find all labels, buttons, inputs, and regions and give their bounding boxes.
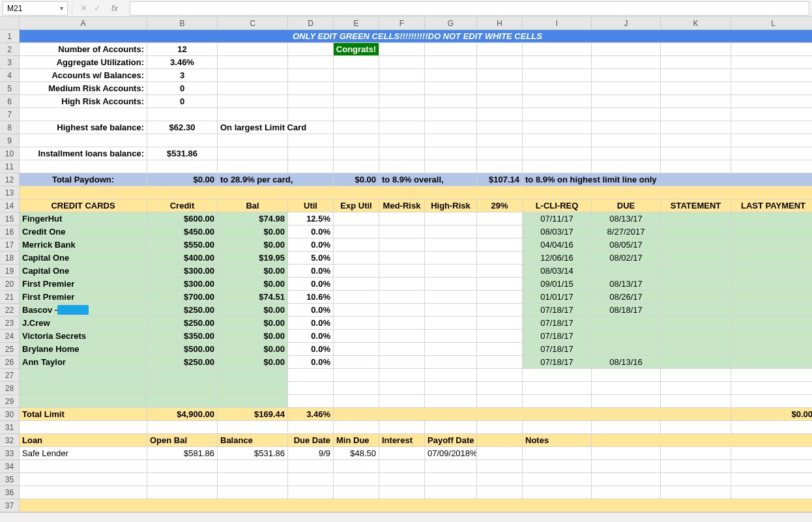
cell[interactable] xyxy=(334,317,379,330)
summary-label[interactable]: Number of Accounts: xyxy=(20,43,147,56)
row-head-29[interactable]: 29 xyxy=(0,395,20,408)
cell[interactable] xyxy=(661,43,731,56)
row-head-27[interactable]: 27 xyxy=(0,369,20,382)
cell[interactable] xyxy=(379,317,425,330)
cell[interactable] xyxy=(425,108,477,121)
hdr-29[interactable]: 29% xyxy=(477,199,523,212)
card-credit[interactable]: $350.00 xyxy=(147,330,218,343)
cell[interactable] xyxy=(147,473,218,486)
cell[interactable] xyxy=(288,108,334,121)
cell[interactable] xyxy=(334,369,379,382)
total-last[interactable]: $0.00 xyxy=(731,408,812,421)
cell[interactable] xyxy=(477,304,523,317)
cell[interactable] xyxy=(379,291,425,304)
loan-hdr-open[interactable]: Open Bal xyxy=(147,434,218,447)
cell[interactable] xyxy=(731,69,812,82)
col-head-F[interactable]: F xyxy=(379,17,425,30)
card-name[interactable]: First Premier xyxy=(20,278,147,291)
cell[interactable] xyxy=(425,421,477,434)
card-stmt[interactable] xyxy=(661,239,731,252)
cell[interactable] xyxy=(334,278,379,291)
cell[interactable] xyxy=(477,278,523,291)
card-credit[interactable]: $400.00 xyxy=(147,252,218,265)
cell[interactable] xyxy=(731,395,812,408)
cell[interactable] xyxy=(661,160,731,173)
card-due[interactable]: 08/13/16 xyxy=(592,356,661,369)
card-last[interactable] xyxy=(731,343,812,356)
cell[interactable] xyxy=(218,56,288,69)
cell[interactable] xyxy=(334,95,379,108)
cell[interactable] xyxy=(334,225,379,239)
row-head-21[interactable]: 21 xyxy=(0,291,20,304)
cell[interactable] xyxy=(334,56,379,69)
cell[interactable] xyxy=(477,473,523,486)
empty[interactable] xyxy=(147,369,218,382)
cell[interactable] xyxy=(379,343,425,356)
card-due[interactable]: 08/13/17 xyxy=(592,212,661,225)
empty[interactable] xyxy=(20,382,147,395)
row-head-24[interactable]: 24 xyxy=(0,330,20,343)
card-stmt[interactable] xyxy=(661,356,731,369)
cell[interactable] xyxy=(731,473,812,486)
col-head-H[interactable]: H xyxy=(477,17,523,30)
cell[interactable] xyxy=(523,460,592,473)
cell[interactable] xyxy=(731,460,812,473)
loan-hdr-notes[interactable]: Notes xyxy=(523,434,592,447)
cell[interactable] xyxy=(477,252,523,265)
cell[interactable] xyxy=(661,447,731,460)
card-name[interactable]: Bascov - xxxxxx xyxy=(20,304,147,317)
cell[interactable] xyxy=(218,147,288,160)
cell[interactable] xyxy=(334,395,379,408)
card-name[interactable]: First Premier xyxy=(20,291,147,304)
row-head-8[interactable]: 8 xyxy=(0,121,20,134)
hdr-credit[interactable]: Credit xyxy=(147,199,218,212)
cell[interactable] xyxy=(731,95,812,108)
cell[interactable] xyxy=(334,486,379,499)
cell[interactable] xyxy=(731,486,812,499)
total-label[interactable]: Total Limit xyxy=(20,408,147,421)
cell[interactable] xyxy=(425,304,477,317)
card-util[interactable]: 5.0% xyxy=(288,252,334,265)
cell[interactable] xyxy=(334,356,379,369)
loan-payoff[interactable]: 07/09/2018% xyxy=(425,447,477,460)
cell[interactable] xyxy=(425,460,477,473)
spacer-row[interactable] xyxy=(20,186,812,199)
cell[interactable] xyxy=(477,382,523,395)
cell[interactable] xyxy=(477,43,523,56)
total-credit[interactable]: $4,900.00 xyxy=(147,408,218,421)
cell[interactable] xyxy=(334,239,379,252)
total-bal[interactable]: $169.44 xyxy=(218,408,288,421)
card-name[interactable]: Capital One xyxy=(20,252,147,265)
cell[interactable] xyxy=(379,421,425,434)
col-head-I[interactable]: I xyxy=(523,17,592,30)
cell[interactable] xyxy=(592,395,661,408)
cell[interactable] xyxy=(592,147,661,160)
cell[interactable] xyxy=(425,382,477,395)
cell[interactable] xyxy=(218,160,288,173)
cell[interactable] xyxy=(523,56,592,69)
cell[interactable] xyxy=(218,82,288,95)
row-head-3[interactable]: 3 xyxy=(0,56,20,69)
row-head-17[interactable]: 17 xyxy=(0,239,20,252)
card-lcli[interactable]: 07/11/17 xyxy=(523,212,592,225)
cell[interactable] xyxy=(592,369,661,382)
cell[interactable] xyxy=(425,121,477,134)
hdr-lcli[interactable]: L-CLI-REQ xyxy=(523,199,592,212)
card-name[interactable]: Victoria Secrets xyxy=(20,330,147,343)
row-head-28[interactable]: 28 xyxy=(0,382,20,395)
cell[interactable] xyxy=(20,160,147,173)
row-head-37[interactable]: 37 xyxy=(0,499,20,512)
col-head-K[interactable]: K xyxy=(661,17,731,30)
cell[interactable] xyxy=(523,69,592,82)
col-head-L[interactable]: L xyxy=(731,17,812,30)
card-bal[interactable]: $74.98 xyxy=(218,212,288,225)
cell[interactable] xyxy=(334,121,379,134)
card-last[interactable] xyxy=(731,265,812,278)
cell[interactable] xyxy=(218,95,288,108)
cell[interactable] xyxy=(288,421,334,434)
card-bal[interactable]: $0.00 xyxy=(218,356,288,369)
total-util[interactable]: 3.46% xyxy=(288,408,334,421)
card-last[interactable] xyxy=(731,278,812,291)
row-head-35[interactable]: 35 xyxy=(0,473,20,486)
cell[interactable] xyxy=(477,486,523,499)
